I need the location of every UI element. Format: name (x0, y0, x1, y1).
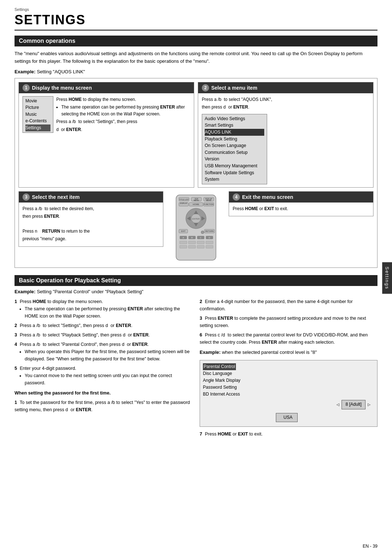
when-first-time-header: When setting the password for the first … (15, 389, 192, 397)
svg-text:A: A (183, 237, 184, 239)
left-col: 1 Press HOME to display the menu screen.… (15, 298, 192, 440)
step2-line2: then press d or ENTER. (202, 104, 369, 111)
example2-label: Example: when the selected parental cont… (200, 349, 377, 356)
svg-text:EXIT: EXIT (181, 230, 186, 232)
step2-title-bar: 2 Select a menu item (198, 82, 373, 93)
parental-right-arrow: ▷ (368, 402, 371, 408)
s2-step5: 5 Enter your 4-digit password. You canno… (15, 365, 192, 387)
step3-body: Press a /b to select the desired item, t… (19, 203, 163, 246)
parental-box: Parental Control Disc Language Angle Mar… (200, 360, 377, 427)
svg-text:B: B (191, 237, 193, 239)
breadcrumb: Settings (15, 7, 377, 12)
svg-rect-41 (197, 245, 204, 248)
svg-rect-36 (188, 241, 196, 244)
example-label: Example: Setting "AQUOS LINK" (15, 69, 377, 74)
side-settings-label: Settings (382, 262, 392, 294)
menu-comm: Communication Setup (205, 149, 264, 156)
svg-rect-39 (180, 245, 187, 248)
svg-text:TITLE LIST: TITLE LIST (179, 199, 189, 201)
s2-when-step1: 1 To set the password for the first time… (15, 399, 192, 413)
s2-step1: 1 Press HOME to display the menu screen.… (15, 298, 192, 320)
menu-audio-video: Audio Video Settings (205, 115, 264, 122)
step1-body: Movie Picture Music e-Contents Settings … (19, 93, 194, 137)
menu-item-settings: Settings (25, 124, 50, 131)
svg-point-26 (201, 231, 204, 234)
parental-password: Password Setting (203, 384, 374, 391)
parental-angle: Angle Mark Display (203, 377, 374, 384)
svg-text:RETURN: RETURN (205, 230, 214, 232)
parental-disc: Disc Language (203, 370, 374, 377)
menu-language: On Screen Language (205, 142, 264, 149)
step2-title: Select a menu item (211, 85, 257, 91)
intro-text: The "menu" enables various audio/visual … (15, 50, 377, 65)
svg-text:DISPLAY: DISPLAY (180, 202, 188, 204)
section2: Basic Operation for Playback Setting Exa… (15, 275, 377, 440)
step1-number: 1 (23, 84, 30, 91)
page-number: EN - 39 (363, 544, 377, 549)
s2-step3: 3 Press a /b to select "Playback Setting… (15, 331, 192, 339)
step2-body: Press a /b to select "AQUOS LINK", then … (198, 93, 373, 187)
remote-svg: TITLE LIST TOP MENU POP-UP MENU HOME DIS… (169, 193, 223, 262)
menu-usb: USB Memory Management (205, 163, 264, 169)
steps-bottom-row: 3 Select the next item Press a /b to sel… (19, 191, 373, 264)
step4-title: Exit the menu screen (242, 194, 293, 200)
step3-panel: 3 Select the next item Press a /b to sel… (19, 191, 163, 247)
step4-panel: 4 Exit the menu screen Press HOME or EXI… (229, 191, 373, 217)
parental-country: USA (276, 413, 298, 422)
step3-title: Select the next item (32, 194, 80, 200)
s2-step7: 7 Press HOME or EXIT to exit. (200, 430, 377, 438)
menu-software: Software Update Settings (205, 169, 264, 176)
menu-aquos-link: AQUOS LINK (205, 129, 264, 136)
parental-value: 8 [Adult] (342, 400, 366, 409)
s2-step2: 2 Press a /b to select "Settings", then … (15, 322, 192, 329)
step2-number: 2 (202, 84, 209, 91)
s2-right-step6: 6 Press c /d to select the parental cont… (200, 331, 377, 346)
parental-value-row: ◁ 8 [Adult] ▷ (203, 400, 371, 409)
svg-text:D: D (209, 237, 211, 239)
menu-item-picture: Picture (25, 104, 50, 111)
steps-top-row: 1 Display the menu screen Movie Picture … (19, 82, 373, 188)
section2-example: Example: Setting "Parental Control" unde… (15, 289, 377, 294)
svg-rect-40 (188, 245, 196, 248)
step3-number: 3 (23, 193, 30, 201)
step1-title: Display the menu screen (32, 85, 92, 91)
svg-text:MENU: MENU (194, 199, 199, 201)
menu-item-music: Music (25, 111, 50, 118)
parental-bd: BD Internet Access (203, 391, 374, 398)
section2-header: Basic Operation for Playback Setting (15, 275, 377, 286)
step4-title-bar: 4 Exit the menu screen (229, 192, 373, 203)
menu-smart: Smart Settings (205, 122, 264, 129)
s2-right-step3: 3 Press ENTER to complete the password s… (200, 315, 377, 329)
step1-menu-box: Movie Picture Music e-Contents Settings (23, 96, 53, 133)
svg-rect-42 (206, 245, 213, 248)
parental-item-selected: Parental Control (203, 363, 236, 370)
step4-number: 4 (233, 193, 240, 201)
step3-title-bar: 3 Select the next item (19, 192, 163, 203)
svg-rect-37 (197, 241, 204, 244)
remote-control-illustration: TITLE LIST TOP MENU POP-UP MENU HOME DIS… (167, 191, 225, 264)
step4-body: Press HOME or EXIT to exit. (229, 203, 373, 216)
section1-header: Common operations (15, 36, 377, 46)
svg-rect-35 (180, 241, 187, 244)
step2-panel: 2 Select a menu item Press a /b to selec… (198, 82, 373, 188)
svg-text:MENU: MENU (206, 199, 212, 201)
step2-line1: Press a /b to select "AQUOS LINK", (202, 96, 369, 103)
menu-system: System (205, 176, 264, 183)
svg-text:HOME: HOME (193, 203, 199, 205)
parental-country-row: USA (203, 412, 371, 424)
page-title: SETTINGS (15, 12, 377, 30)
parental-left-arrow: ◁ (336, 402, 339, 408)
menu-item-econtents: e-Contents (25, 118, 50, 124)
menu-item-movie: Movie (25, 98, 50, 105)
s2-right-step2: 2 Enter a 4-digit number for the passwor… (200, 298, 377, 312)
menu-version: Version (205, 156, 264, 163)
steps-outer: 1 Display the menu screen Movie Picture … (15, 78, 377, 268)
svg-text:FUNCTION: FUNCTION (204, 203, 213, 205)
right-col: 2 Enter a 4-digit number for the passwor… (200, 298, 377, 440)
svg-text:ENTER: ENTER (192, 218, 200, 220)
menu-playback: Playback Setting (205, 136, 264, 143)
svg-text:C: C (200, 237, 202, 239)
svg-rect-38 (206, 241, 213, 244)
step1-panel: 1 Display the menu screen Movie Picture … (19, 82, 194, 188)
section2-two-col: 1 Press HOME to display the menu screen.… (15, 298, 377, 440)
